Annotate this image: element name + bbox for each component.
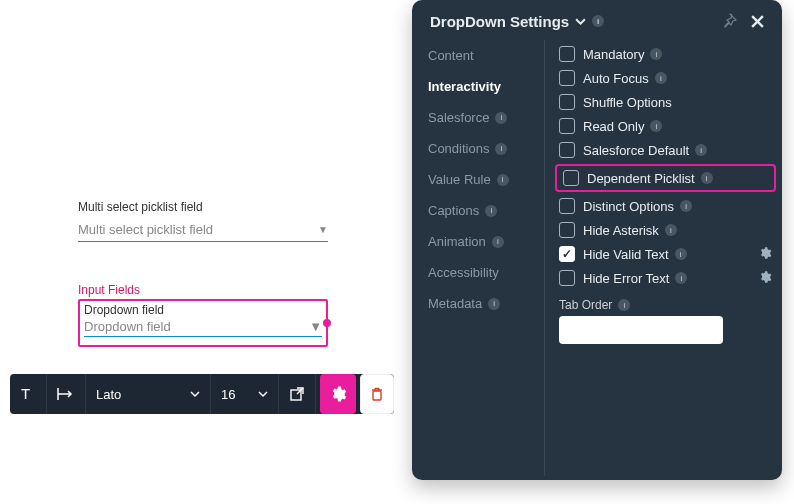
tab-content[interactable]: Content [428,48,544,63]
tab-salesforce-label: Salesforce [428,110,489,125]
info-icon[interactable]: i [650,120,662,132]
setting-salesforce-default[interactable]: Salesforce Defaulti [559,142,772,158]
dropdown-element-body[interactable]: Dropdown field ▼ [84,317,322,337]
interactivity-settings: Mandatoryi Auto Focusi Shuffle Options R… [544,40,782,476]
info-icon[interactable]: i [492,236,504,248]
caret-down-icon: ▼ [318,224,328,235]
tab-animation[interactable]: Animationi [428,234,544,249]
info-icon[interactable]: i [675,248,687,260]
open-external-tool[interactable] [279,374,316,414]
tab-metadata[interactable]: Metadatai [428,296,544,311]
tab-conditions-label: Conditions [428,141,489,156]
font-family-select[interactable]: Lato [86,374,211,414]
checkbox[interactable] [559,222,575,238]
info-icon[interactable]: i [675,272,687,284]
info-icon[interactable]: i [665,224,677,236]
setting-read-only[interactable]: Read Onlyi [559,118,772,134]
info-icon[interactable]: i [495,143,507,155]
open-external-icon [289,386,305,402]
panel-title[interactable]: DropDown Settings i [430,13,604,30]
info-icon[interactable]: i [618,299,630,311]
tab-animation-label: Animation [428,234,486,249]
input-fields-heading: Input Fields [78,283,328,297]
spacing-tool[interactable] [47,374,86,414]
multi-select-label: Multi select picklist field [78,200,328,214]
info-icon[interactable]: i [701,172,713,184]
resize-handle[interactable] [323,319,331,327]
setting-hide-asterisk[interactable]: Hide Asteriski [559,222,772,238]
settings-panel: DropDown Settings i Content Interactivit… [412,0,782,480]
info-icon[interactable]: i [497,174,509,186]
trash-icon [369,386,385,402]
multi-select-input[interactable]: Multi select picklist field ▼ [78,218,328,242]
pin-button[interactable] [718,10,740,32]
checkbox[interactable] [559,94,575,110]
tab-order-input[interactable] [559,316,723,344]
info-icon[interactable]: i [650,48,662,60]
close-icon [750,14,765,29]
text-icon: T [20,386,36,402]
selected-dropdown-element[interactable]: Dropdown field Dropdown field ▼ [78,299,328,347]
checkbox[interactable] [559,270,575,286]
setting-mandatory[interactable]: Mandatoryi [559,46,772,62]
chevron-down-icon [575,16,586,27]
tab-captions[interactable]: Captionsi [428,203,544,218]
setting-auto-focus[interactable]: Auto Focusi [559,70,772,86]
info-icon[interactable]: i [495,112,507,124]
info-icon[interactable]: i [655,72,667,84]
tab-conditions[interactable]: Conditionsi [428,141,544,156]
row-settings-button[interactable] [758,270,772,287]
setting-dependent-picklist[interactable]: Dependent Picklisti [555,164,776,192]
setting-distinct-options[interactable]: Distinct Optionsi [559,198,772,214]
tab-captions-label: Captions [428,203,479,218]
close-button[interactable] [746,10,768,32]
checkbox-checked[interactable] [559,246,575,262]
info-icon[interactable]: i [680,200,692,212]
info-icon[interactable]: i [488,298,500,310]
element-toolbar: T Lato 16 [10,374,394,414]
svg-rect-5 [373,391,381,400]
gear-icon [329,385,347,403]
info-icon[interactable]: i [592,15,604,27]
info-icon[interactable]: i [485,205,497,217]
setting-hide-error-text[interactable]: Hide Error Texti [559,270,772,286]
dropdown-element-label: Dropdown field [84,303,322,317]
info-icon[interactable]: i [695,144,707,156]
gear-icon [758,270,772,284]
svg-text:T: T [21,386,30,402]
checkbox[interactable] [563,170,579,186]
setting-hide-valid-text-label: Hide Valid Text [583,247,669,262]
checkbox[interactable] [559,198,575,214]
tab-interactivity-label: Interactivity [428,79,501,94]
tab-value-rule[interactable]: Value Rulei [428,172,544,187]
checkbox[interactable] [559,46,575,62]
tab-order-label: Tab Order [559,298,612,312]
checkbox[interactable] [559,142,575,158]
dropdown-placeholder: Dropdown field [84,319,171,334]
multi-select-field[interactable]: Multi select picklist field Multi select… [78,200,328,242]
checkbox[interactable] [559,70,575,86]
font-size-value: 16 [221,387,235,402]
setting-read-only-label: Read Only [583,119,644,134]
row-settings-button[interactable] [758,246,772,263]
setting-shuffle-options[interactable]: Shuffle Options [559,94,772,110]
tab-salesforce[interactable]: Salesforcei [428,110,544,125]
tab-accessibility-label: Accessibility [428,265,499,280]
setting-tab-order: Tab Orderi [559,298,772,344]
setting-hide-asterisk-label: Hide Asterisk [583,223,659,238]
setting-dependent-picklist-label: Dependent Picklist [587,171,695,186]
panel-side-tabs: Content Interactivity Salesforcei Condit… [412,40,544,476]
setting-salesforce-default-label: Salesforce Default [583,143,689,158]
font-family-value: Lato [96,387,121,402]
settings-button[interactable] [320,374,356,414]
delete-button[interactable] [360,374,394,414]
text-tool[interactable]: T [10,374,47,414]
setting-hide-valid-text[interactable]: Hide Valid Texti [559,246,772,262]
tab-interactivity[interactable]: Interactivity [428,79,544,94]
tab-content-label: Content [428,48,474,63]
spacing-icon [57,387,75,401]
checkbox[interactable] [559,118,575,134]
font-size-select[interactable]: 16 [211,374,279,414]
tab-accessibility[interactable]: Accessibility [428,265,544,280]
panel-header: DropDown Settings i [412,0,782,40]
